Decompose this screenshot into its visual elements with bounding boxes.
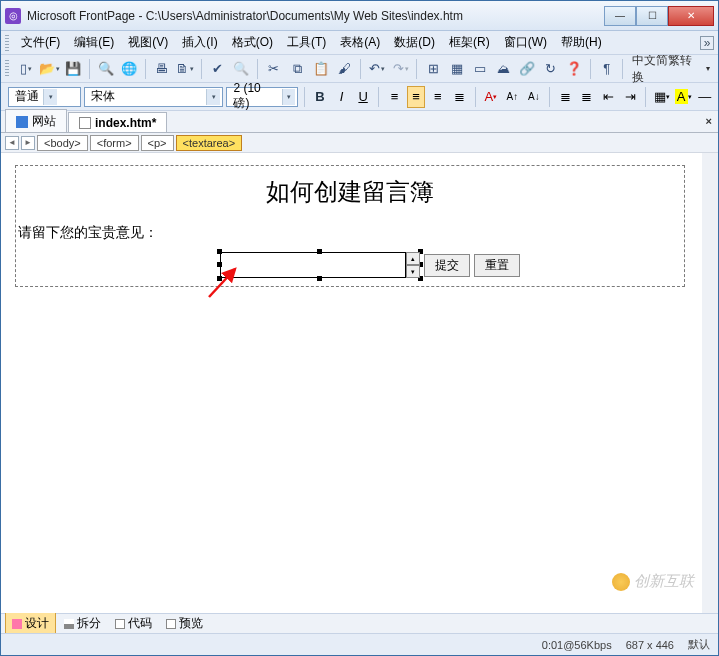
separator xyxy=(549,87,550,107)
menu-overflow[interactable]: » xyxy=(700,36,714,50)
separator xyxy=(416,59,417,79)
size-combo[interactable]: 2 (10 磅)▾ xyxy=(226,87,297,107)
close-tab-button[interactable]: × xyxy=(706,115,712,127)
borders-button[interactable]: ▦▾ xyxy=(652,86,671,108)
ime-convert-button[interactable]: 中文简繁转换 ▾ xyxy=(628,52,714,86)
resize-handle[interactable] xyxy=(217,249,222,254)
separator xyxy=(360,59,361,79)
insert-layer-button[interactable]: ▭ xyxy=(469,58,491,80)
tag-p[interactable]: <p> xyxy=(141,135,174,151)
minimize-button[interactable]: — xyxy=(604,6,636,26)
resize-handle[interactable] xyxy=(317,276,322,281)
view-preview-button[interactable]: 预览 xyxy=(160,613,209,634)
menu-view[interactable]: 视图(V) xyxy=(122,32,174,53)
menu-frame[interactable]: 框架(R) xyxy=(443,32,496,53)
view-code-button[interactable]: 代码 xyxy=(109,613,158,634)
prompt-text[interactable]: 请留下您的宝贵意见： xyxy=(16,218,684,248)
insert-picture-button[interactable]: ⛰ xyxy=(493,58,515,80)
format-painter-button[interactable]: 🖌 xyxy=(334,58,356,80)
research-button[interactable]: 🔍 xyxy=(231,58,253,80)
search-button[interactable]: 🔍 xyxy=(95,58,117,80)
textarea-selection[interactable]: ▴▾ xyxy=(220,252,420,278)
align-justify-button[interactable]: ≣ xyxy=(450,86,469,108)
save-button[interactable]: 💾 xyxy=(62,58,84,80)
align-center-button[interactable]: ≡ xyxy=(407,86,426,108)
status-speed: 0:01@56Kbps xyxy=(542,639,612,651)
separator xyxy=(89,59,90,79)
cut-button[interactable]: ✂ xyxy=(263,58,285,80)
align-right-button[interactable]: ≡ xyxy=(428,86,447,108)
menu-insert[interactable]: 插入(I) xyxy=(176,32,223,53)
design-canvas[interactable]: 如何创建留言簿 请留下您的宝贵意见： ▴▾ xyxy=(1,153,718,613)
textarea-scrollbar[interactable]: ▴▾ xyxy=(406,252,420,278)
web-component-button[interactable]: ⊞ xyxy=(422,58,444,80)
app-icon xyxy=(5,8,21,24)
toolbar-grip xyxy=(5,60,9,78)
font-color-button[interactable]: A▾ xyxy=(481,86,500,108)
outdent-button[interactable]: ⇤ xyxy=(599,86,618,108)
menu-file[interactable]: 文件(F) xyxy=(15,32,66,53)
copy-button[interactable]: ⧉ xyxy=(287,58,309,80)
tag-textarea[interactable]: <textarea> xyxy=(176,135,243,151)
style-combo[interactable]: 普通▾ xyxy=(8,87,81,107)
view-design-button[interactable]: 设计 xyxy=(5,612,56,635)
code-icon xyxy=(115,619,125,629)
italic-button[interactable]: I xyxy=(332,86,351,108)
bullet-list-button[interactable]: ≣ xyxy=(578,86,597,108)
separator xyxy=(475,87,476,107)
bold-button[interactable]: B xyxy=(311,86,330,108)
align-left-button[interactable]: ≡ xyxy=(385,86,404,108)
publish-button[interactable]: 🌐 xyxy=(118,58,140,80)
help-button[interactable]: ❓ xyxy=(563,58,585,80)
tab-website[interactable]: 网站 xyxy=(5,109,67,132)
redo-button[interactable]: ↷▾ xyxy=(390,58,412,80)
numbered-list-button[interactable]: ≣ xyxy=(556,86,575,108)
underline-button[interactable]: U xyxy=(354,86,373,108)
watermark-icon xyxy=(612,573,630,591)
menu-format[interactable]: 格式(O) xyxy=(226,32,279,53)
menu-data[interactable]: 数据(D) xyxy=(388,32,441,53)
font-size-down-button[interactable]: A↓ xyxy=(525,86,544,108)
refresh-button[interactable]: ↻ xyxy=(540,58,562,80)
menu-edit[interactable]: 编辑(E) xyxy=(68,32,120,53)
indent-button[interactable]: ⇥ xyxy=(621,86,640,108)
design-icon xyxy=(12,619,22,629)
new-button[interactable]: ▯▾ xyxy=(15,58,37,80)
submit-button[interactable]: 提交 xyxy=(424,254,470,277)
tag-nav-next[interactable]: ► xyxy=(21,136,35,150)
tag-body[interactable]: <body> xyxy=(37,135,88,151)
insert-table-button[interactable]: ▦ xyxy=(446,58,468,80)
hr-button[interactable]: — xyxy=(696,86,715,108)
menu-help[interactable]: 帮助(H) xyxy=(555,32,608,53)
paste-button[interactable]: 📋 xyxy=(310,58,332,80)
menu-tools[interactable]: 工具(T) xyxy=(281,32,332,53)
tag-form[interactable]: <form> xyxy=(90,135,139,151)
hyperlink-button[interactable]: 🔗 xyxy=(516,58,538,80)
highlight-button[interactable]: A▾ xyxy=(674,86,693,108)
font-combo[interactable]: 宋体▾ xyxy=(84,87,223,107)
separator xyxy=(304,87,305,107)
font-size-up-button[interactable]: A↑ xyxy=(503,86,522,108)
preview-button[interactable]: 🗎▾ xyxy=(175,58,197,80)
spell-button[interactable]: ✔ xyxy=(207,58,229,80)
page-heading[interactable]: 如何创建留言簿 xyxy=(16,166,684,218)
menu-table[interactable]: 表格(A) xyxy=(334,32,386,53)
textarea-field[interactable] xyxy=(220,252,406,278)
show-marks-button[interactable]: ¶ xyxy=(596,58,618,80)
open-button[interactable]: 📂▾ xyxy=(38,58,60,80)
separator xyxy=(378,87,379,107)
view-split-button[interactable]: 拆分 xyxy=(58,613,107,634)
resize-handle[interactable] xyxy=(317,249,322,254)
close-button[interactable]: ✕ xyxy=(668,6,714,26)
separator xyxy=(645,87,646,107)
reset-button[interactable]: 重置 xyxy=(474,254,520,277)
tab-index-htm[interactable]: index.htm* xyxy=(68,112,167,132)
separator xyxy=(622,59,623,79)
menu-window[interactable]: 窗口(W) xyxy=(498,32,553,53)
window-title: Microsoft FrontPage - C:\Users\Administr… xyxy=(27,9,604,23)
print-button[interactable]: 🖶 xyxy=(151,58,173,80)
undo-button[interactable]: ↶▾ xyxy=(366,58,388,80)
tag-nav-prev[interactable]: ◄ xyxy=(5,136,19,150)
maximize-button[interactable]: ☐ xyxy=(636,6,668,26)
status-mode: 默认 xyxy=(688,637,710,652)
